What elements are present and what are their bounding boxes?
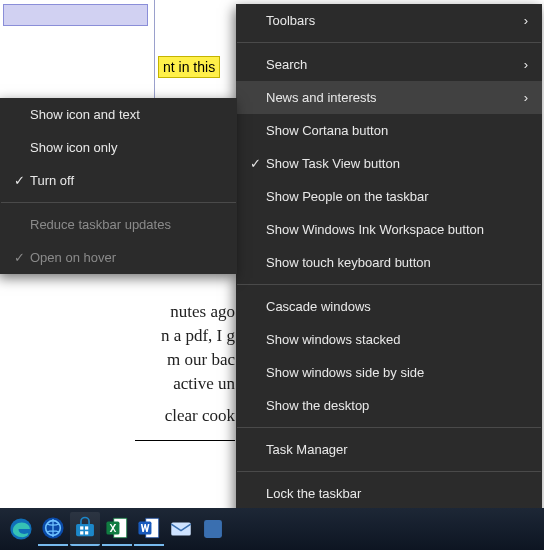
svg-rect-5 bbox=[85, 526, 88, 529]
edge-icon bbox=[8, 516, 34, 542]
menu-label: Show People on the taskbar bbox=[266, 189, 528, 204]
menu-label: Show icon and text bbox=[30, 107, 223, 122]
menu-item-cascade[interactable]: Cascade windows bbox=[236, 290, 542, 323]
bg-text-line: nutes ago bbox=[135, 300, 235, 324]
menu-label: Toolbars bbox=[266, 13, 514, 28]
menu-label: Show windows stacked bbox=[266, 332, 528, 347]
svg-rect-7 bbox=[85, 531, 88, 534]
menu-item-show-desktop[interactable]: Show the desktop bbox=[236, 389, 542, 422]
menu-label: Show the desktop bbox=[266, 398, 528, 413]
bg-text-line: n a pdf, I g bbox=[135, 324, 235, 348]
bg-paragraph: nutes ago n a pdf, I g m our bac active … bbox=[135, 300, 235, 396]
menu-separator bbox=[237, 42, 541, 43]
menu-item-search[interactable]: Search › bbox=[236, 48, 542, 81]
bg-highlighted-text: nt in this bbox=[158, 56, 220, 78]
submenu-item-icon-text[interactable]: Show icon and text bbox=[0, 98, 237, 131]
menu-label: News and interests bbox=[266, 90, 514, 105]
menu-label: Show Task View button bbox=[266, 156, 528, 171]
menu-label: Cascade windows bbox=[266, 299, 528, 314]
menu-item-cortana[interactable]: Show Cortana button bbox=[236, 114, 542, 147]
news-interests-submenu: Show icon and text Show icon only ✓ Turn… bbox=[0, 98, 237, 274]
menu-item-task-view[interactable]: ✓ Show Task View button bbox=[236, 147, 542, 180]
store-icon bbox=[72, 515, 98, 541]
menu-label: Show icon only bbox=[30, 140, 223, 155]
menu-item-ink-workspace[interactable]: Show Windows Ink Workspace button bbox=[236, 213, 542, 246]
menu-label: Open on hover bbox=[30, 250, 223, 265]
menu-label: Search bbox=[266, 57, 514, 72]
menu-label: Reduce taskbar updates bbox=[30, 217, 223, 232]
taskbar[interactable] bbox=[0, 508, 544, 550]
menu-item-touch-keyboard[interactable]: Show touch keyboard button bbox=[236, 246, 542, 279]
taskbar-app-generic[interactable] bbox=[198, 512, 228, 546]
bg-text-line: active un bbox=[135, 372, 235, 396]
menu-item-people[interactable]: Show People on the taskbar bbox=[236, 180, 542, 213]
bg-separator bbox=[135, 440, 235, 441]
taskbar-context-menu: Toolbars › Search › News and interests ›… bbox=[236, 4, 542, 543]
taskbar-app-word[interactable] bbox=[134, 512, 164, 546]
menu-label: Show touch keyboard button bbox=[266, 255, 528, 270]
svg-rect-6 bbox=[80, 531, 83, 534]
menu-item-toolbars[interactable]: Toolbars › bbox=[236, 4, 542, 37]
menu-separator bbox=[1, 202, 236, 203]
menu-label: Task Manager bbox=[266, 442, 528, 457]
submenu-item-icon-only[interactable]: Show icon only bbox=[0, 131, 237, 164]
bg-text-line: clear cook bbox=[135, 406, 235, 426]
check-icon: ✓ bbox=[8, 250, 30, 265]
taskbar-app-excel[interactable] bbox=[102, 512, 132, 546]
submenu-item-reduce-updates: Reduce taskbar updates bbox=[0, 208, 237, 241]
excel-icon bbox=[104, 515, 130, 541]
menu-separator bbox=[237, 427, 541, 428]
taskbar-app-edge[interactable] bbox=[6, 512, 36, 546]
menu-item-news-and-interests[interactable]: News and interests › bbox=[236, 81, 542, 114]
taskbar-app-browser[interactable] bbox=[38, 512, 68, 546]
bg-paragraph-2: clear cook bbox=[135, 406, 235, 426]
check-icon: ✓ bbox=[8, 173, 30, 188]
svg-rect-11 bbox=[138, 522, 151, 535]
menu-item-side-by-side[interactable]: Show windows side by side bbox=[236, 356, 542, 389]
chevron-right-icon: › bbox=[514, 13, 528, 28]
menu-label: Show Cortana button bbox=[266, 123, 528, 138]
menu-label: Turn off bbox=[30, 173, 223, 188]
mail-icon bbox=[168, 516, 194, 542]
chevron-right-icon: › bbox=[514, 90, 528, 105]
menu-label: Show windows side by side bbox=[266, 365, 528, 380]
svg-rect-13 bbox=[204, 520, 222, 538]
app-icon bbox=[200, 516, 226, 542]
menu-item-stacked[interactable]: Show windows stacked bbox=[236, 323, 542, 356]
menu-separator bbox=[237, 471, 541, 472]
chevron-right-icon: › bbox=[514, 57, 528, 72]
taskbar-app-store[interactable] bbox=[70, 512, 100, 546]
submenu-item-turn-off[interactable]: ✓ Turn off bbox=[0, 164, 237, 197]
bg-highlight-stripe bbox=[3, 4, 148, 26]
word-icon bbox=[136, 515, 162, 541]
browser-icon bbox=[40, 515, 66, 541]
check-icon: ✓ bbox=[244, 156, 266, 171]
svg-rect-12 bbox=[171, 523, 191, 536]
menu-item-lock-taskbar[interactable]: Lock the taskbar bbox=[236, 477, 542, 510]
menu-label: Show Windows Ink Workspace button bbox=[266, 222, 528, 237]
menu-item-task-manager[interactable]: Task Manager bbox=[236, 433, 542, 466]
menu-separator bbox=[237, 284, 541, 285]
menu-label: Lock the taskbar bbox=[266, 486, 528, 501]
submenu-item-open-on-hover: ✓ Open on hover bbox=[0, 241, 237, 274]
taskbar-app-mail[interactable] bbox=[166, 512, 196, 546]
svg-rect-4 bbox=[80, 526, 83, 529]
bg-text-line: m our bac bbox=[135, 348, 235, 372]
